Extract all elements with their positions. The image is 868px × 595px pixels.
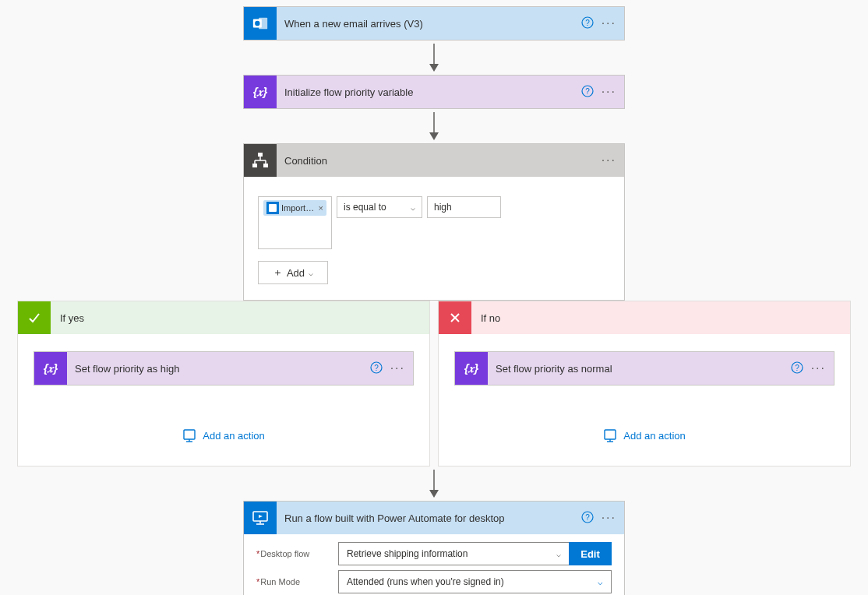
- desktop-icon: [244, 502, 277, 534]
- svg-rect-21: [184, 430, 195, 439]
- if-yes-label: If yes: [51, 312, 84, 324]
- menu-icon[interactable]: ···: [602, 153, 616, 167]
- trigger-card[interactable]: When a new email arrives (V3) ? ···: [243, 6, 625, 40]
- add-action-button[interactable]: Add an action: [34, 386, 414, 442]
- menu-icon[interactable]: ···: [602, 16, 616, 30]
- action-title: Set flow priority as normal: [488, 363, 791, 375]
- arrow-connector: [428, 40, 440, 75]
- help-icon[interactable]: ?: [581, 85, 594, 100]
- svg-text:?: ?: [585, 19, 590, 27]
- svg-rect-18: [269, 204, 277, 212]
- menu-icon[interactable]: ···: [602, 85, 616, 99]
- chevron-down-icon: ⌵: [598, 577, 603, 587]
- condition-header[interactable]: Condition ···: [244, 144, 624, 177]
- svg-marker-36: [259, 515, 263, 518]
- svg-marker-10: [429, 132, 439, 140]
- menu-icon[interactable]: ···: [390, 361, 405, 375]
- variable-icon: {𝑥}: [244, 76, 277, 108]
- svg-rect-13: [263, 164, 268, 167]
- trigger-title: When a new email arrives (V3): [277, 18, 581, 30]
- condition-icon: [244, 144, 277, 177]
- outlook-token-icon: [266, 202, 279, 214]
- plus-icon: ＋: [273, 266, 283, 280]
- if-no-label: If no: [471, 312, 500, 324]
- variable-icon: {𝑥}: [34, 352, 67, 385]
- importance-token[interactable]: Importa... ×: [263, 200, 326, 216]
- if-no-branch: If no {𝑥} Set flow priority as normal ? …: [438, 301, 851, 466]
- run-mode-select[interactable]: Attended (runs when you're signed in) ⌵: [338, 570, 612, 593]
- condition-left-operand[interactable]: Importa... ×: [258, 196, 332, 249]
- set-priority-normal-card[interactable]: {𝑥} Set flow priority as normal ? ···: [454, 351, 834, 386]
- action-title: Set flow priority as high: [67, 363, 370, 375]
- close-icon: [439, 301, 471, 334]
- condition-title: Condition: [277, 155, 602, 167]
- help-icon[interactable]: ?: [370, 361, 383, 376]
- add-action-button[interactable]: Add an action: [454, 386, 834, 442]
- help-icon[interactable]: ?: [581, 16, 594, 31]
- help-icon[interactable]: ?: [581, 511, 594, 526]
- edit-button[interactable]: Edit: [569, 542, 612, 565]
- menu-icon[interactable]: ···: [602, 511, 616, 525]
- svg-text:?: ?: [585, 513, 590, 522]
- desktop-title: Run a flow built with Power Automate for…: [277, 512, 581, 524]
- svg-text:?: ?: [374, 364, 379, 372]
- svg-marker-6: [429, 64, 439, 72]
- chevron-down-icon: ⌵: [309, 269, 313, 277]
- arrow-connector: [428, 466, 440, 501]
- desktop-flow-select[interactable]: Retrieve shipping information ⌵: [338, 542, 570, 565]
- condition-operator-select[interactable]: is equal to ⌵: [337, 196, 422, 218]
- set-priority-high-card[interactable]: {𝑥} Set flow priority as high ? ···: [34, 351, 414, 386]
- checkmark-icon: [18, 301, 51, 334]
- help-icon[interactable]: ?: [791, 361, 803, 376]
- svg-rect-28: [605, 430, 616, 439]
- svg-rect-12: [252, 164, 257, 167]
- desktop-flow-header[interactable]: Run a flow built with Power Automate for…: [244, 502, 624, 534]
- run-mode-label: *Run Mode: [256, 577, 338, 586]
- condition-card: Condition ··· Importa... × is equal to ⌵: [243, 143, 625, 301]
- svg-point-2: [255, 21, 259, 26]
- remove-token-icon[interactable]: ×: [319, 203, 323, 213]
- svg-marker-32: [429, 490, 439, 498]
- chevron-down-icon: ⌵: [556, 550, 561, 558]
- svg-text:?: ?: [585, 87, 590, 96]
- desktop-flow-label: *Desktop flow: [256, 549, 338, 558]
- variable-icon: {𝑥}: [455, 352, 488, 385]
- add-action-icon: [182, 428, 196, 442]
- svg-text:?: ?: [795, 364, 799, 372]
- svg-rect-1: [259, 18, 267, 30]
- add-action-icon: [603, 428, 617, 442]
- outlook-icon: [244, 7, 277, 40]
- add-condition-button[interactable]: ＋ Add ⌵: [258, 261, 328, 284]
- init-var-title: Initialize flow priority variable: [277, 86, 581, 98]
- arrow-connector: [428, 109, 440, 143]
- svg-rect-11: [258, 153, 263, 157]
- chevron-down-icon: ⌵: [411, 203, 415, 212]
- condition-value-input[interactable]: high: [427, 196, 501, 218]
- init-var-card[interactable]: {𝑥} Initialize flow priority variable ? …: [243, 75, 625, 109]
- desktop-flow-card: Run a flow built with Power Automate for…: [243, 501, 625, 595]
- menu-icon[interactable]: ···: [811, 361, 826, 375]
- if-yes-branch: If yes {𝑥} Set flow priority as high ? ·…: [17, 301, 430, 466]
